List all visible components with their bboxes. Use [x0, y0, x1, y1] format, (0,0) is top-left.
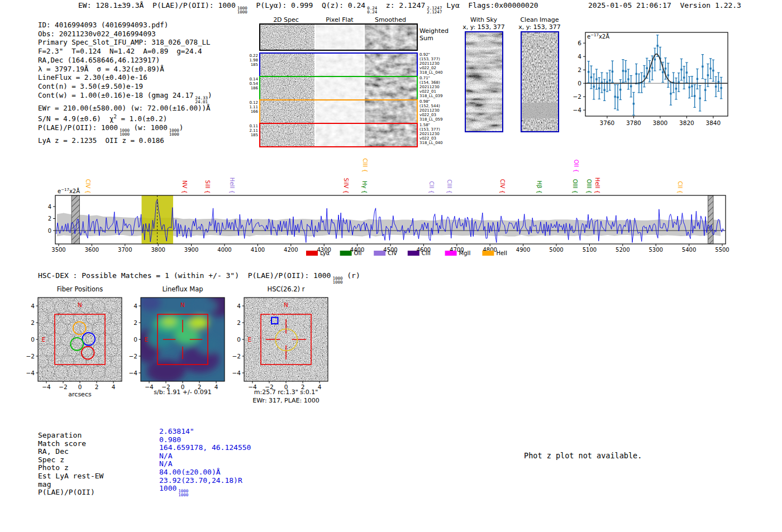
spec2d-image — [260, 77, 314, 99]
svg-text:4: 4 — [133, 303, 137, 309]
svg-text:−4: −4 — [129, 370, 138, 376]
legend-label: Lyα — [320, 250, 330, 256]
svg-text:2: 2 — [48, 215, 51, 222]
spec2d-col-title: 2D Spec — [273, 16, 299, 23]
pixelflat-image — [316, 25, 364, 50]
fiber-id-labels: 0.71"(154, 368)20211230v022_01318_LL_039 — [419, 76, 453, 99]
row-label: mag — [38, 480, 51, 488]
line-fit-svg: 37603780380038203840−4−20246e−17x2Å — [567, 26, 735, 131]
with-sky-noise — [466, 32, 502, 131]
pixelflat-image — [316, 124, 364, 146]
emission-line-label: NV { — [182, 180, 188, 194]
emission-line-label: CIII { — [362, 159, 368, 172]
svg-text:3800: 3800 — [653, 119, 668, 126]
svg-text:3760: 3760 — [600, 119, 615, 126]
compass-north: N — [180, 301, 185, 308]
cutout-title: Fiber Positions — [57, 285, 103, 293]
svg-text:5100: 5100 — [583, 247, 597, 253]
info-line: RA,Dec (164.658646,46.123917) — [38, 56, 212, 65]
info-line: Cont(w) = 1.00(±0.16)e-18 (gmag 24.1724.… — [38, 91, 212, 104]
svg-text:4: 4 — [48, 204, 51, 210]
row-value: 164.659178, 46.124550 — [159, 443, 251, 452]
emission-line-label: CII { — [677, 181, 683, 194]
detection-info-block: ID: 4016994093 (4016994093.pdf)Obs: 2021… — [38, 21, 212, 145]
compass-east: E — [247, 336, 251, 343]
spec2d-fiber-row — [259, 123, 418, 147]
row-label: RA, Dec — [38, 447, 69, 456]
svg-text:0: 0 — [48, 228, 51, 234]
compass-east: E — [41, 336, 45, 343]
svg-text:4: 4 — [112, 384, 116, 390]
fiber-id-labels: 1.58"(153, 377)20211230v022_03318_LL_040 — [419, 123, 453, 146]
emission-line-label: SiIV { — [343, 178, 349, 194]
info-line: EWr = 210.00(±580.00) (w: 72.00(±16.00))… — [38, 104, 212, 113]
weighted-sum-row — [259, 23, 418, 51]
svg-text:3800: 3800 — [151, 247, 165, 253]
info-line: Cont(n) = 3.50(±9.50)e-19 — [38, 82, 212, 91]
legend-label: CIII — [422, 250, 431, 256]
svg-text:4: 4 — [31, 303, 35, 309]
info-line: Primary Spec_Slot_IFU_AMP: 318_026_078_L… — [38, 38, 212, 47]
svg-text:−2: −2 — [129, 353, 137, 360]
legend-swatch — [340, 251, 352, 256]
smoothed-image — [365, 124, 417, 146]
match-table: Separation2.63814"Match score0.980RA, De… — [38, 431, 317, 496]
row-label: Spec z — [38, 456, 64, 464]
stacked-fraction: 10001000 — [169, 128, 179, 136]
line-fit-chart: 37603780380038203840−4−20246e−17x2Å — [567, 26, 735, 133]
svg-text:4: 4 — [237, 303, 241, 309]
clean-image-noise — [522, 32, 558, 131]
pixelflat-image — [316, 100, 364, 123]
with-sky-title: With Sky x, y: 153, 377 — [462, 17, 504, 31]
row-value: 84.00(±20.00)Å — [159, 468, 221, 476]
header-stats: EW: 128.1±39.3Å P(LAE)/P(OII): 100010001… — [78, 1, 538, 14]
svg-text:4: 4 — [318, 384, 322, 390]
info-line: S/N = 4.9(±0.6) χ2 = 1.0(±0.2) — [38, 113, 212, 123]
emission-line-label: CIV { — [85, 179, 91, 194]
full-spectrum-chart: 3500360037003800390040004100420043004400… — [31, 148, 762, 265]
hsc_cutout-svg: NE−4−2024−4−2024HSC(26.2) rm:25.7 rc:1.3… — [227, 282, 345, 410]
svg-text:5500: 5500 — [715, 247, 729, 253]
stacked-fraction: 10001000 — [178, 489, 188, 497]
lineflux-map-plot: NE−4−2024−4−2024Lineflux Maps/b: 1.91 +/… — [124, 282, 241, 412]
stacked-fraction: 24.3324.01 — [195, 96, 208, 104]
pixelflat-image — [316, 77, 364, 99]
emission-line-label: CII { — [428, 181, 435, 194]
svg-text:0: 0 — [78, 384, 82, 390]
smoothed-image — [365, 54, 417, 76]
info-line: Obs: 20211230v022_4016994093 — [38, 30, 212, 39]
svg-text:4000: 4000 — [217, 247, 231, 253]
emission-line-label: CIV { — [499, 179, 506, 194]
legend-swatch — [306, 251, 318, 256]
legend-swatch — [374, 251, 385, 256]
info-line: λ = 3797.19Å σ = 4.32(±0.89)Å — [38, 65, 212, 74]
svg-text:3820: 3820 — [679, 119, 694, 126]
emission-line-label: OII { — [573, 160, 579, 172]
table-row: P(LAE)/P(OII)100010001000 — [38, 488, 317, 496]
legend-label: HeII — [496, 250, 507, 256]
legend-swatch — [408, 251, 419, 256]
svg-text:−4: −4 — [232, 370, 241, 376]
cutout-title: HSC(26.2) r — [268, 285, 305, 293]
svg-text:3700: 3700 — [118, 247, 132, 253]
svg-text:−4: −4 — [573, 107, 582, 113]
smoothed-image — [365, 77, 417, 99]
cutout-title: Lineflux Map — [162, 285, 203, 293]
svg-text:−4: −4 — [26, 370, 35, 376]
spec2d-fiber-row — [259, 76, 418, 100]
legend-label: OII — [354, 250, 362, 256]
stacked-fraction: 10001000 — [237, 6, 247, 14]
smoothed-image — [365, 25, 417, 50]
fiber-id-labels: 0.92"(153, 377)20211230v022_02318_LL_040 — [419, 53, 453, 75]
cutout-caption: s/b: 1.91 +/- 0.091 — [154, 389, 212, 396]
svg-text:2: 2 — [133, 319, 137, 326]
fiber-positions-plot: NE−4−2024−4−2024Fiber Positionsarcsecs — [21, 282, 139, 412]
svg-text:4900: 4900 — [516, 247, 530, 253]
hsc-cutout-plot: NE−4−2024−4−2024HSC(26.2) rm:25.7 rc:1.3… — [227, 282, 345, 412]
photz-note: Phot z plot not available. — [524, 451, 642, 460]
smoothed-image — [365, 100, 417, 123]
fiber_positions-svg: NE−4−2024−4−2024Fiber Positionsarcsecs — [21, 282, 139, 410]
svg-text:−2: −2 — [573, 93, 581, 100]
svg-text:−4: −4 — [145, 384, 154, 390]
svg-text:−2: −2 — [232, 353, 241, 360]
